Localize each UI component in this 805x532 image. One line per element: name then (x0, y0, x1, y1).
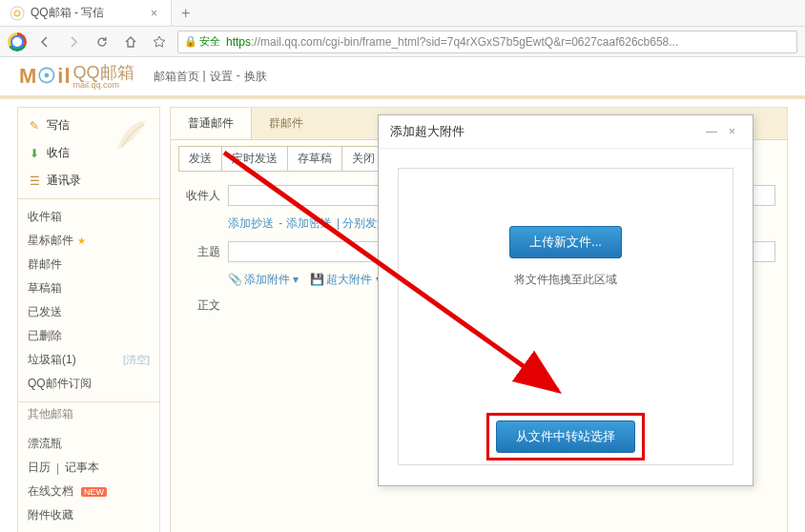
sidebar-actions: ✎写信 ⬇收信 ☰通讯录 (18, 108, 159, 199)
tab-title: QQ邮箱 - 写信 (31, 5, 147, 21)
link-settings[interactable]: 设置 (210, 69, 233, 85)
save-draft-button[interactable]: 存草稿 (287, 146, 342, 172)
sidebar: ✎写信 ⬇收信 ☰通讯录 收件箱 星标邮件★ 群邮件 草稿箱 已发送 已删除 垃… (17, 107, 160, 532)
browser-tab[interactable]: QQ邮箱 - 写信 × (0, 0, 172, 26)
folder-trash[interactable]: 垃圾箱(1)[清空] (18, 348, 159, 372)
paperclip-icon: 📎 (228, 273, 242, 286)
big-attachment-modal: 添加超大附件 — × 上传新文件... 将文件拖拽至此区域 从文件中转站选择 (378, 114, 753, 486)
disk-icon: 💾 (310, 273, 324, 286)
browser-tab-bar: QQ邮箱 - 写信 × + (0, 0, 805, 27)
other-file-relay[interactable]: 文件中转站 (18, 527, 159, 532)
add-bcc[interactable]: 添加密送 (286, 216, 332, 230)
other-docs[interactable]: 在线文档NEW (18, 480, 159, 503)
sidebar-contacts[interactable]: ☰通讯录 (18, 167, 159, 194)
send-button[interactable]: 发送 (178, 146, 222, 172)
link-mail-home[interactable]: 邮箱首页 (154, 69, 199, 85)
timed-send-button[interactable]: 定时发送 (221, 146, 288, 172)
modal-title: 添加超大附件 (390, 123, 700, 140)
select-from-relay-button[interactable]: 从文件中转站选择 (496, 420, 635, 453)
home-button[interactable] (120, 31, 141, 52)
sidebar-folders: 收件箱 星标邮件★ 群邮件 草稿箱 已发送 已删除 垃圾箱(1)[清空] QQ邮… (18, 199, 159, 402)
tab-normal-mail[interactable]: 普通邮件 (171, 108, 252, 139)
star-icon: ★ (77, 235, 86, 246)
mail-header: M☉il QQ邮箱 mail.qq.com 邮箱首页 | 设置 - 换肤 (0, 57, 805, 95)
qqmail-logo[interactable]: M☉il QQ邮箱 mail.qq.com (19, 64, 134, 90)
inbox-icon: ⬇ (28, 147, 41, 160)
folder-starred[interactable]: 星标邮件★ (18, 229, 159, 253)
other-calendar[interactable]: 日历|记事本 (18, 456, 159, 480)
browser-nav-bar: 🔒安全 https://mail.qq.com/cgi-bin/frame_ht… (0, 27, 805, 57)
upload-drop-zone[interactable]: 上传新文件... 将文件拖拽至此区域 从文件中转站选择 (398, 168, 733, 465)
tab-group-mail[interactable]: 群邮件 (252, 108, 320, 139)
folder-drafts[interactable]: 草稿箱 (18, 276, 159, 300)
drop-hint-text: 将文件拖拽至此区域 (514, 272, 617, 288)
folder-group[interactable]: 群邮件 (18, 253, 159, 276)
folder-inbox[interactable]: 收件箱 (18, 205, 159, 229)
clear-trash[interactable]: [清空] (123, 353, 150, 367)
forward-button[interactable] (63, 31, 84, 52)
folder-sent[interactable]: 已发送 (18, 300, 159, 324)
tab-close-icon[interactable]: × (147, 7, 161, 20)
other-drift-bottle[interactable]: 漂流瓶 (18, 432, 159, 456)
contacts-icon: ☰ (28, 174, 41, 188)
new-badge: NEW (81, 487, 107, 497)
pen-icon: ✎ (28, 119, 41, 133)
folder-subscriptions[interactable]: QQ邮件订阅 (18, 372, 159, 396)
label-body: 正文 (182, 297, 220, 314)
upload-new-file-button[interactable]: 上传新文件... (509, 226, 622, 258)
address-bar[interactable]: 🔒安全 https://mail.qq.com/cgi-bin/frame_ht… (177, 31, 797, 53)
sidebar-receive[interactable]: ⬇收信 (18, 139, 159, 167)
tab-favicon (10, 6, 25, 21)
folder-deleted[interactable]: 已删除 (18, 324, 159, 348)
other-attachments[interactable]: 附件收藏 (18, 503, 159, 527)
add-big-attachment[interactable]: 💾超大附件 ▾ (310, 272, 381, 288)
modal-minimize-icon[interactable]: — (700, 125, 723, 138)
modal-close-icon[interactable]: × (723, 125, 741, 138)
add-attachment[interactable]: 📎添加附件 ▾ (228, 272, 299, 288)
new-tab-button[interactable]: + (172, 5, 199, 22)
sidebar-others: 漂流瓶 日历|记事本 在线文档NEW 附件收藏 文件中转站 简历 贺卡|明信片 (18, 426, 159, 532)
reload-button[interactable] (92, 31, 113, 52)
chrome-icon (8, 32, 27, 51)
svg-point-2 (15, 11, 19, 15)
link-skin[interactable]: 换肤 (244, 69, 267, 85)
sidebar-compose[interactable]: ✎写信 (18, 112, 159, 139)
back-button[interactable] (34, 31, 55, 52)
lock-icon: 🔒安全 (184, 34, 220, 49)
url-text: https://mail.qq.com/cgi-bin/frame_html?s… (226, 35, 791, 49)
label-recipient: 收件人 (182, 188, 220, 204)
header-links: 邮箱首页 | 设置 - 换肤 (154, 69, 267, 85)
star-button[interactable] (149, 31, 170, 52)
add-cc[interactable]: 添加抄送 (228, 216, 274, 230)
other-mailboxes-header: 其他邮箱 (18, 402, 159, 426)
label-subject: 主题 (182, 244, 220, 260)
